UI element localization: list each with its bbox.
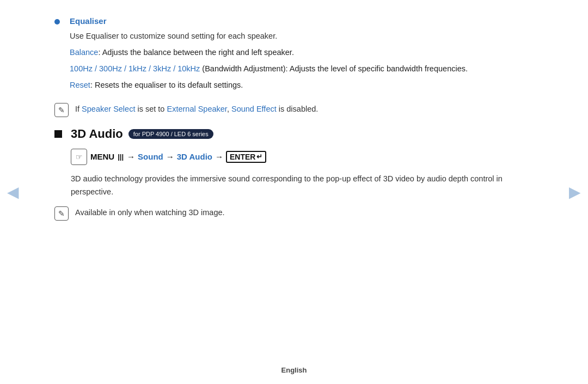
hz-desc: (Bandwidth Adjustment): Adjusts the leve… bbox=[200, 64, 468, 73]
content-area: Equaliser Use Equaliser to customize sou… bbox=[0, 0, 588, 361]
note2-row: Available in only when watching 3D image… bbox=[54, 206, 534, 221]
enter-label: ENTER bbox=[230, 153, 255, 161]
page-container: ◀ ▶ Equaliser Use Equaliser to customize… bbox=[0, 0, 588, 384]
footer: English bbox=[0, 361, 588, 384]
bullet-dot bbox=[54, 19, 60, 25]
balance-label: Balance bbox=[70, 48, 98, 57]
sound-link: Sound bbox=[138, 152, 163, 161]
enter-arrow-icon: ↵ bbox=[256, 153, 262, 161]
hand-icon: ☞ bbox=[76, 153, 83, 161]
equaliser-desc: Use Equaliser to customize sound setting… bbox=[70, 30, 534, 43]
hz-label: 100Hz / 300Hz / 1kHz / 3kHz / 10kHz bbox=[70, 64, 200, 73]
balance-row: Balance: Adjusts the balance between the… bbox=[70, 46, 534, 59]
balance-desc: : Adjusts the balance between the right … bbox=[98, 48, 294, 57]
note1-middle: is set to bbox=[135, 105, 167, 113]
menu-label: MENU bbox=[90, 152, 114, 161]
body-text-3d: 3D audio technology provides the immersi… bbox=[71, 173, 534, 199]
equaliser-section: Equaliser Use Equaliser to customize sou… bbox=[54, 16, 534, 95]
note2-icon bbox=[54, 206, 69, 221]
menu-path-text: MENU ||| → Sound → 3D Audio → ENTER ↵ bbox=[90, 151, 266, 163]
equaliser-title: Equaliser bbox=[70, 16, 534, 26]
black-square-icon bbox=[54, 130, 62, 138]
arrow3: → bbox=[215, 152, 223, 161]
menu-bars-icon: ||| bbox=[118, 153, 124, 161]
note1-end: is disabled. bbox=[277, 105, 318, 113]
section-3d-header: 3D Audio for PDP 4900 / LED 6 series bbox=[54, 127, 534, 141]
note1-icon bbox=[54, 103, 69, 117]
footer-language: English bbox=[281, 366, 307, 374]
arrow1: → bbox=[127, 152, 135, 161]
enter-box: ENTER ↵ bbox=[226, 151, 266, 163]
series-badge: for PDP 4900 / LED 6 series bbox=[128, 129, 213, 139]
note1-row: If Speaker Select is set to External Spe… bbox=[54, 103, 534, 117]
audio-3d-link: 3D Audio bbox=[177, 152, 212, 161]
note1-speaker-select: Speaker Select bbox=[82, 105, 135, 113]
menu-icon-box: ☞ bbox=[71, 149, 87, 165]
note2-text: Available in only when watching 3D image… bbox=[75, 206, 225, 219]
note1-if: If bbox=[75, 105, 82, 113]
title-3d-audio: 3D Audio bbox=[71, 127, 123, 141]
reset-row: Reset: Resets the equaliser to its defau… bbox=[70, 79, 534, 92]
note1-external-speaker: External Speaker bbox=[167, 105, 226, 113]
menu-path-row: ☞ MENU ||| → Sound → 3D Audio → ENTER ↵ bbox=[71, 149, 534, 165]
note1-text: If Speaker Select is set to External Spe… bbox=[75, 103, 318, 115]
reset-label: Reset bbox=[70, 81, 90, 89]
note1-sound-effect: Sound Effect bbox=[231, 105, 277, 113]
reset-desc: : Resets the equaliser to its default se… bbox=[90, 81, 243, 89]
note1-comma: , bbox=[227, 105, 231, 113]
section-3d-title: 3D Audio for PDP 4900 / LED 6 series bbox=[71, 127, 213, 141]
equaliser-content: Equaliser Use Equaliser to customize sou… bbox=[70, 16, 534, 95]
arrow2: → bbox=[166, 152, 174, 161]
hz-row: 100Hz / 300Hz / 1kHz / 3kHz / 10kHz (Ban… bbox=[70, 63, 534, 76]
